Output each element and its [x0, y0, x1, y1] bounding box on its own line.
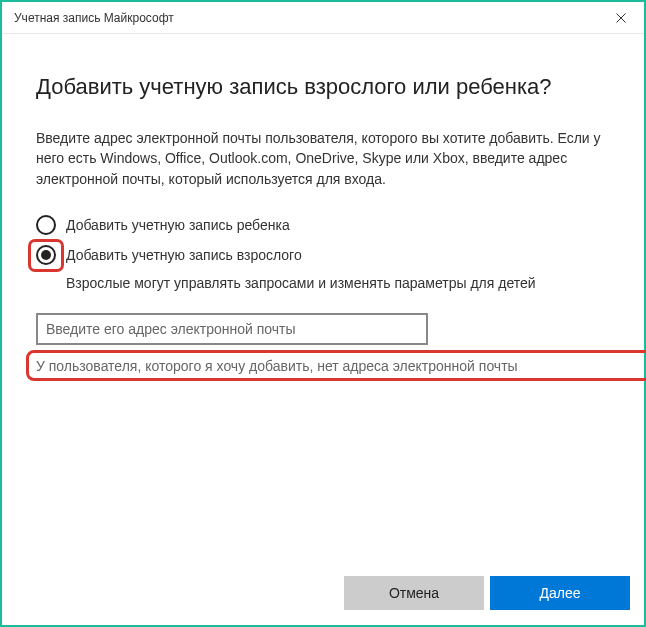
radio-option-adult[interactable]: Добавить учетную запись взрослого [36, 245, 610, 265]
email-input[interactable] [36, 313, 428, 345]
next-button[interactable]: Далее [490, 576, 630, 610]
page-heading: Добавить учетную запись взрослого или ре… [36, 74, 610, 100]
dialog-window: Учетная запись Майкрософт Добавить учетн… [0, 0, 646, 627]
radio-icon [36, 215, 56, 235]
dialog-content: Добавить учетную запись взрослого или ре… [2, 34, 644, 561]
close-icon [616, 13, 626, 23]
no-email-link[interactable]: У пользователя, которого я хочу добавить… [36, 358, 518, 374]
radio-label-adult: Добавить учетную запись взрослого [66, 247, 302, 263]
dialog-footer: Отмена Далее [2, 561, 644, 625]
description-text: Введите адрес электронной почты пользова… [36, 128, 610, 189]
adult-note-text: Взрослые могут управлять запросами и изм… [66, 275, 610, 291]
radio-label-child: Добавить учетную запись ребенка [66, 217, 290, 233]
close-button[interactable] [598, 2, 644, 34]
radio-icon [36, 245, 56, 265]
titlebar: Учетная запись Майкрософт [2, 2, 644, 34]
cancel-button[interactable]: Отмена [344, 576, 484, 610]
radio-option-child[interactable]: Добавить учетную запись ребенка [36, 215, 610, 235]
window-title: Учетная запись Майкрософт [14, 11, 174, 25]
account-type-radio-group: Добавить учетную запись ребенка Добавить… [36, 215, 610, 265]
